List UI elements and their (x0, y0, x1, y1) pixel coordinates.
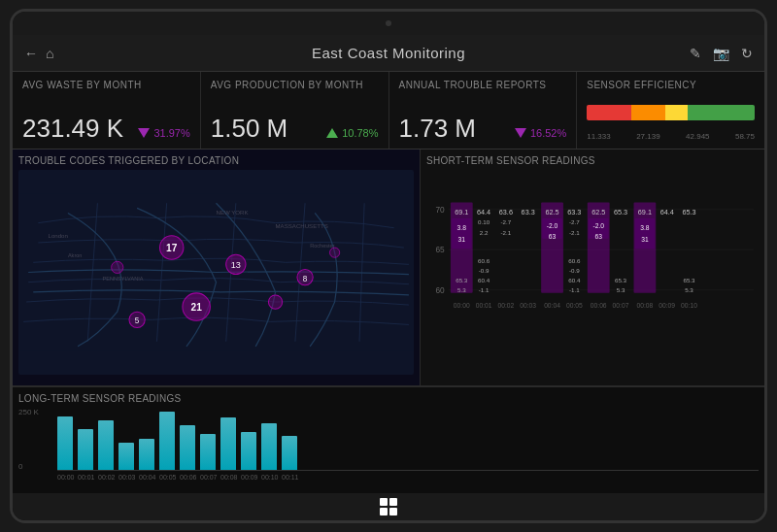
map-svg: 17 13 8 21 5 (18, 170, 414, 375)
svg-point-18 (268, 295, 282, 309)
kpi-avg-waste-badge: 31.97% (138, 127, 189, 139)
kpi-annual-trouble-pct: 16.52% (530, 127, 566, 139)
svg-text:65.3: 65.3 (614, 208, 627, 216)
page-title: East Coast Monitoring (312, 45, 465, 61)
svg-text:60.6: 60.6 (478, 257, 490, 264)
svg-text:Akron: Akron (68, 252, 83, 258)
svg-text:60.4: 60.4 (478, 277, 490, 283)
main-content: Trouble Codes Triggered by Location (13, 150, 764, 493)
svg-point-17 (330, 248, 340, 257)
bar-item (241, 432, 256, 470)
seg-red (587, 105, 631, 120)
middle-row: Trouble Codes Triggered by Location (13, 150, 764, 386)
map-panel: Trouble Codes Triggered by Location (13, 150, 421, 385)
svg-text:65.3: 65.3 (456, 277, 468, 283)
svg-text:31: 31 (458, 236, 466, 243)
svg-text:65.3: 65.3 (683, 277, 695, 283)
bar-item (282, 436, 297, 470)
svg-text:63.3: 63.3 (567, 208, 581, 216)
kpi-avg-production-label: AVG Production by Month (211, 80, 379, 90)
trend-down-icon-2 (515, 128, 526, 138)
bar-labels: 00:0000:0100:0200:0300:0400:0500:0600:07… (57, 474, 759, 481)
svg-point-16 (112, 261, 123, 273)
svg-text:London: London (49, 232, 68, 239)
svg-text:00:06: 00:06 (591, 302, 607, 309)
bar-label: 00:02 (98, 474, 114, 481)
svg-text:64.4: 64.4 (477, 208, 490, 216)
svg-text:63: 63 (549, 233, 557, 240)
y-axis: 250 K 0 (18, 408, 39, 471)
bar-label: 00:07 (200, 474, 216, 481)
sensor-chart-svg: 70 65 60 69.1 3.8 (426, 170, 759, 375)
seg-green (688, 105, 755, 120)
svg-text:00:00: 00:00 (454, 302, 470, 309)
bar-label: 00:05 (159, 474, 175, 481)
kpi-avg-waste-label: AVG Waste by Month (22, 80, 190, 90)
kpi-row: AVG Waste by Month 231.49 K 31.97% AVG P… (13, 72, 764, 150)
y-label-top: 250 K (18, 408, 39, 416)
header: ← ⌂ East Coast Monitoring ✎ 📷 ↻ (13, 35, 764, 72)
svg-text:00:01: 00:01 (476, 302, 492, 309)
svg-text:00:04: 00:04 (544, 302, 560, 309)
svg-text:60.6: 60.6 (568, 257, 581, 264)
svg-text:-2.7: -2.7 (569, 218, 580, 225)
sensor-panel: Short-term Sensor Readings 70 65 60 (421, 150, 764, 385)
svg-text:65.3: 65.3 (682, 208, 695, 216)
bar-item (57, 416, 73, 470)
kpi-sensor-efficiency: Sensor Efficiency 11.333 27.139 42.945 5… (577, 72, 764, 149)
svg-text:5: 5 (135, 316, 140, 325)
svg-rect-33 (452, 218, 472, 249)
bottom-panel: Long-term Sensor Readings 250 K 0 00:000… (13, 386, 764, 493)
header-icons: ✎ 📷 ↻ (690, 46, 753, 61)
back-icon[interactable]: ← (24, 46, 38, 61)
bar-label: 00:03 (118, 474, 134, 481)
svg-text:00:03: 00:03 (520, 302, 536, 309)
svg-text:21: 21 (191, 302, 203, 313)
bar-chart-container: 250 K 0 00:0000:0100:0200:0300:0400:0500… (18, 408, 759, 487)
map-panel-title: Trouble Codes Triggered by Location (18, 155, 414, 166)
kpi-sensor-eff-label: Sensor Efficiency (587, 80, 755, 90)
svg-text:00:09: 00:09 (659, 302, 675, 309)
bar-label: 00:09 (241, 474, 256, 481)
win-sq-2 (389, 498, 397, 506)
svg-text:65: 65 (435, 245, 445, 254)
svg-text:8: 8 (303, 275, 308, 283)
win-sq-3 (380, 508, 388, 515)
svg-text:65.3: 65.3 (615, 277, 627, 283)
svg-text:NEW YORK: NEW YORK (217, 209, 249, 216)
svg-text:00:07: 00:07 (613, 302, 629, 309)
bar-item (159, 412, 175, 470)
svg-text:69.1: 69.1 (638, 208, 652, 216)
svg-text:-0.9: -0.9 (569, 267, 580, 274)
svg-rect-71 (635, 218, 656, 249)
svg-text:0.10: 0.10 (478, 218, 490, 225)
kpi-annual-trouble-badge: 16.52% (515, 127, 566, 139)
bar-label: 00:06 (180, 474, 195, 481)
bar-item (98, 420, 114, 470)
windows-logo (380, 498, 397, 515)
edit-icon[interactable]: ✎ (690, 46, 701, 61)
home-icon[interactable]: ⌂ (46, 46, 53, 61)
bar-label: 00:01 (78, 474, 93, 481)
svg-text:63.6: 63.6 (499, 208, 513, 216)
refresh-icon[interactable]: ↻ (741, 46, 753, 61)
svg-text:13: 13 (231, 260, 241, 270)
svg-text:63.3: 63.3 (522, 208, 535, 216)
camera-icon[interactable]: 📷 (713, 46, 729, 61)
bar-item (200, 434, 216, 470)
bar-label: 00:00 (57, 474, 73, 481)
win-sq-4 (389, 508, 397, 515)
bar-label: 00:04 (139, 474, 154, 481)
bar-item (180, 425, 195, 470)
header-nav: ← ⌂ (24, 46, 53, 61)
sensor-chart-area: 70 65 60 69.1 3.8 (426, 170, 759, 375)
bar-label: 00:08 (220, 474, 236, 481)
bar-label: 00:11 (282, 474, 297, 481)
svg-text:63: 63 (594, 233, 602, 240)
kpi-avg-waste: AVG Waste by Month 231.49 K 31.97% (13, 72, 201, 149)
svg-text:MASSACHUSETTS: MASSACHUSETTS (276, 222, 328, 229)
tick-4: 58.75 (735, 132, 755, 141)
svg-text:-1.1: -1.1 (569, 286, 580, 293)
svg-text:31: 31 (641, 236, 649, 243)
svg-text:70: 70 (435, 205, 445, 215)
